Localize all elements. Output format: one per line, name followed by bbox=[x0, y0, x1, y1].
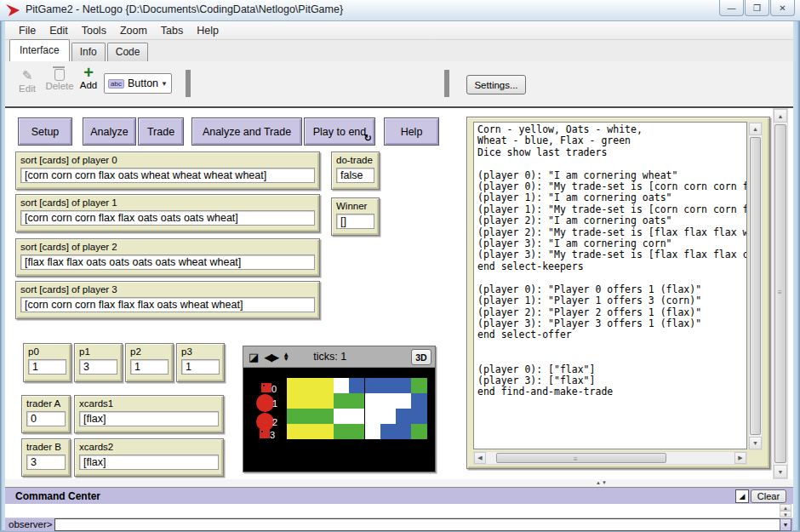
monitor-label: sort [cards] of player 0 bbox=[20, 155, 315, 165]
settings-button[interactable]: Settings... bbox=[466, 75, 526, 94]
setup-button-label: Setup bbox=[31, 126, 60, 138]
command-output-scrollbar[interactable]: ▲▼ bbox=[780, 504, 791, 518]
monitor-label: p1 bbox=[79, 346, 117, 357]
menu-bar: FileEditToolsZoomTabsHelp bbox=[5, 21, 793, 40]
monitor-winner: Winner [] bbox=[331, 197, 380, 236]
monitor-value: 3 bbox=[79, 359, 117, 375]
tab-interface[interactable]: Interface bbox=[9, 39, 70, 61]
view-3d-label: 3D bbox=[415, 352, 426, 363]
delete-tool-label: Delete bbox=[43, 81, 77, 91]
monitor-value: 3 bbox=[26, 455, 66, 470]
patch-corn bbox=[318, 424, 334, 439]
patch-wheat bbox=[396, 424, 411, 439]
monitor-value: 1 bbox=[28, 359, 66, 375]
play-to-end-button[interactable]: Play to end ↻ bbox=[304, 117, 375, 146]
scroll-down-icon[interactable]: ▼ bbox=[780, 511, 791, 518]
menu-item-edit[interactable]: Edit bbox=[43, 23, 75, 38]
trash-icon bbox=[54, 69, 65, 81]
tab-info[interactable]: Info bbox=[71, 43, 106, 61]
turtle-label-1: 1 bbox=[272, 398, 277, 409]
output-vscroll-thumb[interactable] bbox=[750, 137, 761, 435]
setup-button[interactable]: Setup bbox=[18, 117, 72, 146]
add-tool-button[interactable]: + Add bbox=[77, 65, 100, 90]
trade-button[interactable]: Trade bbox=[138, 117, 184, 146]
help-button[interactable]: Help bbox=[384, 117, 439, 146]
history-dropdown-button[interactable]: ▼ bbox=[780, 518, 791, 531]
monitor-value: [corn corn corn flax oats wheat wheat wh… bbox=[20, 168, 315, 183]
settings-button-label: Settings... bbox=[474, 80, 517, 90]
monitor-value: [flax] bbox=[79, 411, 219, 426]
interface-vscrollbar[interactable]: ▲ ≡ ▼ bbox=[773, 108, 788, 479]
command-center-splitter[interactable]: ▲▼ bbox=[5, 479, 793, 487]
delete-tool-button[interactable]: Delete bbox=[43, 68, 77, 91]
button-widget-icon: abc bbox=[108, 79, 124, 89]
monitor-label: do-trade bbox=[336, 155, 374, 165]
turtle-circle-1 bbox=[256, 394, 274, 412]
analyze-and-trade-button-label: Analyze and Trade bbox=[203, 126, 291, 138]
patch-wheat bbox=[349, 378, 364, 393]
patch-wheat bbox=[380, 378, 396, 393]
command-center-title: Command Center bbox=[15, 490, 100, 502]
scroll-up-icon[interactable]: ▲ bbox=[780, 504, 791, 511]
menu-item-tabs[interactable]: Tabs bbox=[154, 23, 190, 38]
menu-item-tools[interactable]: Tools bbox=[75, 23, 113, 38]
output-vscrollbar[interactable]: ▲ ▼ bbox=[748, 122, 763, 450]
vertical-arrows-icon: ▲▼ bbox=[283, 352, 289, 361]
patch-oats bbox=[365, 424, 380, 439]
menu-item-zoom[interactable]: Zoom bbox=[113, 23, 154, 38]
horizontal-arrows-icon: ◀▶ bbox=[264, 351, 277, 363]
menu-item-file[interactable]: File bbox=[12, 23, 43, 38]
maximize-button[interactable]: ❐ bbox=[745, 0, 769, 16]
title-bar[interactable]: PitGame2 - NetLogo {D:\Documents\CodingD… bbox=[0, 0, 800, 21]
monitor-label: sort [cards] of player 1 bbox=[20, 197, 315, 208]
analyze-button[interactable]: Analyze bbox=[83, 117, 136, 146]
close-button[interactable]: ✕ bbox=[770, 0, 795, 16]
edit-tool-label: Edit bbox=[14, 83, 41, 94]
scroll-up-icon[interactable]: ▲ bbox=[749, 123, 762, 135]
menu-item-help[interactable]: Help bbox=[190, 23, 226, 38]
world-canvas[interactable]: 0 1 2 3 bbox=[243, 368, 435, 472]
patch-flax bbox=[349, 424, 364, 439]
patch-flax bbox=[334, 424, 349, 439]
patch-oats bbox=[334, 378, 349, 393]
command-center-output: ▲▼ bbox=[5, 504, 793, 518]
maximize-icon: ❐ bbox=[753, 3, 761, 13]
scroll-right-icon[interactable]: ▶ bbox=[734, 452, 746, 464]
patch-corn bbox=[287, 424, 302, 439]
world-view[interactable]: ◪ ◀▶ ▲▼ ticks: 1 3D 0 1 2 3 bbox=[243, 346, 436, 472]
command-input[interactable] bbox=[54, 518, 781, 531]
output-widget: Corn - yellow, Oats - white, Wheat - blu… bbox=[466, 117, 770, 469]
scroll-down-icon[interactable]: ▼ bbox=[749, 437, 762, 449]
minimize-button[interactable]: — bbox=[719, 0, 744, 16]
output-hscroll-thumb[interactable]: ≡ bbox=[496, 453, 666, 463]
patch-flax bbox=[287, 409, 302, 424]
monitor-label: p0 bbox=[28, 346, 66, 357]
monitor-label: sort [cards] of player 2 bbox=[20, 242, 315, 252]
tab-code[interactable]: Code bbox=[107, 43, 149, 61]
scroll-left-icon[interactable]: ◀ bbox=[474, 452, 486, 464]
scroll-up-icon[interactable]: ▲ bbox=[774, 109, 787, 123]
interface-vscroll-thumb[interactable]: ≡ bbox=[774, 124, 786, 463]
view-3d-button[interactable]: 3D bbox=[411, 349, 431, 365]
output-hscrollbar[interactable]: ◀ ≡ ▶ bbox=[473, 451, 747, 465]
window-title: PitGame2 - NetLogo {D:\Documents\CodingD… bbox=[26, 3, 343, 15]
turtle-circle-2 bbox=[256, 413, 274, 431]
toolbar-separator bbox=[444, 70, 449, 97]
scroll-down-icon[interactable]: ▼ bbox=[774, 465, 787, 478]
patch-corn bbox=[302, 424, 317, 439]
clear-button[interactable]: Clear bbox=[751, 489, 786, 503]
pencil-icon: ✎ bbox=[14, 68, 41, 83]
widget-type-dropdown[interactable]: abc Button ▼ bbox=[104, 73, 172, 94]
export-arrow-icon[interactable]: ◢ bbox=[735, 489, 749, 503]
splitter-arrows-icon[interactable]: ▲▼ bbox=[596, 480, 608, 485]
clear-button-label: Clear bbox=[757, 491, 780, 501]
view-header: ◪ ◀▶ ▲▼ ticks: 1 3D bbox=[243, 346, 435, 368]
edit-tool-button[interactable]: ✎ Edit bbox=[14, 68, 41, 94]
analyze-and-trade-button[interactable]: Analyze and Trade bbox=[191, 117, 302, 146]
command-input-row: observer> ▼ bbox=[5, 518, 793, 531]
monitor-p1: p1 3 bbox=[74, 343, 123, 382]
monitor-value: [flax flax flax oats oats oats oats whea… bbox=[20, 255, 315, 270]
monitor-value: [] bbox=[336, 214, 374, 229]
patch-wheat bbox=[380, 424, 396, 439]
monitor-label: trader A bbox=[26, 398, 66, 409]
